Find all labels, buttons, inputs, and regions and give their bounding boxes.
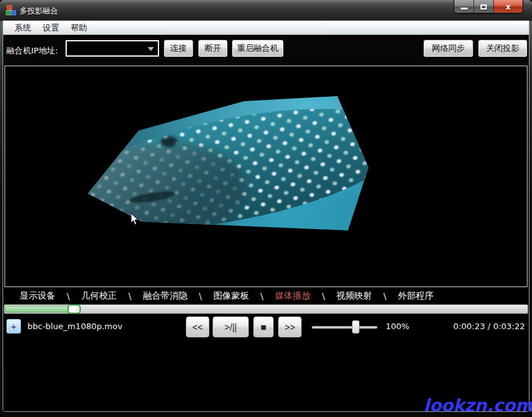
- ip-address-input[interactable]: [67, 44, 158, 53]
- menu-help[interactable]: 帮助: [65, 21, 93, 35]
- chevron-down-icon[interactable]: [148, 47, 154, 51]
- seek-bar[interactable]: [4, 304, 528, 314]
- media-controls: + bbc-blue_m1080p.mov << >/|| ■ >> 100% …: [3, 315, 529, 340]
- whale-shark-belly-shadow: [82, 145, 245, 233]
- warped-video-surface: [88, 96, 368, 230]
- tab-bar: 显示设备 \ 几何校正 \ 融合带消隐 \ 图像蒙板 \ 媒体播放 \ 视频映射…: [3, 288, 529, 304]
- tab-media-playback[interactable]: 媒体播放: [267, 288, 318, 304]
- app-window: 多投影融合 x 系统 设置 帮助 融合机IP地址: 连接 断开 重启融合机 网络…: [0, 0, 532, 417]
- fast-forward-button[interactable]: >>: [278, 316, 302, 337]
- tab-separator: \: [318, 291, 329, 301]
- window-title: 多投影融合: [20, 6, 58, 17]
- maximize-button[interactable]: [474, 0, 494, 13]
- title-bar[interactable]: 多投影融合 x: [0, 0, 532, 21]
- volume-slider[interactable]: [312, 326, 377, 329]
- tab-separator: \: [380, 291, 391, 301]
- toolbar: 融合机IP地址: 连接 断开 重启融合机 网络同步 关闭投影: [3, 36, 529, 65]
- client-area: 系统 设置 帮助 融合机IP地址: 连接 断开 重启融合机 网络同步 关闭投影: [3, 20, 529, 412]
- menu-settings[interactable]: 设置: [37, 21, 65, 35]
- video-preview-panel[interactable]: [4, 66, 528, 287]
- restart-fusion-button[interactable]: 重启融合机: [232, 40, 283, 57]
- tab-display-device[interactable]: 显示设备: [12, 288, 63, 304]
- tab-blend-blanking[interactable]: 融合带消隐: [135, 288, 195, 304]
- connect-button[interactable]: 连接: [164, 40, 193, 57]
- ip-address-label: 融合机IP地址:: [6, 45, 58, 57]
- minimize-icon: [461, 8, 468, 10]
- playlist-item-filename[interactable]: bbc-blue_m1080p.mov: [27, 322, 122, 331]
- disconnect-button[interactable]: 断开: [199, 40, 227, 57]
- mouse-cursor-icon: [130, 213, 139, 226]
- playback-time: 0:00:23 / 0:03:22: [453, 322, 525, 331]
- close-projection-button[interactable]: 关闭投影: [479, 40, 527, 57]
- seek-progress-fill: [5, 306, 73, 313]
- tab-separator: \: [125, 291, 136, 301]
- menu-system[interactable]: 系统: [9, 21, 37, 35]
- seek-handle[interactable]: [67, 304, 81, 314]
- ip-address-combobox[interactable]: [66, 40, 159, 57]
- menu-bar: 系统 设置 帮助: [3, 21, 529, 35]
- close-icon: x: [506, 3, 511, 11]
- tab-separator: \: [256, 291, 267, 301]
- tab-image-mask[interactable]: 图像蒙板: [206, 288, 256, 304]
- tab-separator: \: [63, 291, 74, 301]
- tab-video-mapping[interactable]: 视频映射: [329, 288, 380, 304]
- close-button[interactable]: x: [494, 0, 522, 13]
- app-icon: [6, 5, 16, 15]
- window-controls: x: [454, 0, 523, 13]
- network-sync-button[interactable]: 网络同步: [424, 40, 473, 57]
- volume-percent-label: 100%: [386, 322, 409, 331]
- watermark-text: lookzn.com: [424, 395, 532, 415]
- tab-separator: \: [195, 291, 206, 301]
- add-media-button[interactable]: +: [6, 319, 21, 334]
- maximize-icon: [480, 4, 487, 10]
- play-pause-button[interactable]: >/||: [213, 316, 249, 337]
- tab-external-program[interactable]: 外部程序: [390, 288, 441, 304]
- volume-handle[interactable]: [352, 320, 360, 334]
- tab-geometry-correction[interactable]: 几何校正: [74, 288, 125, 304]
- rewind-button[interactable]: <<: [186, 316, 209, 337]
- minimize-button[interactable]: [454, 0, 474, 13]
- stop-button[interactable]: ■: [253, 316, 274, 337]
